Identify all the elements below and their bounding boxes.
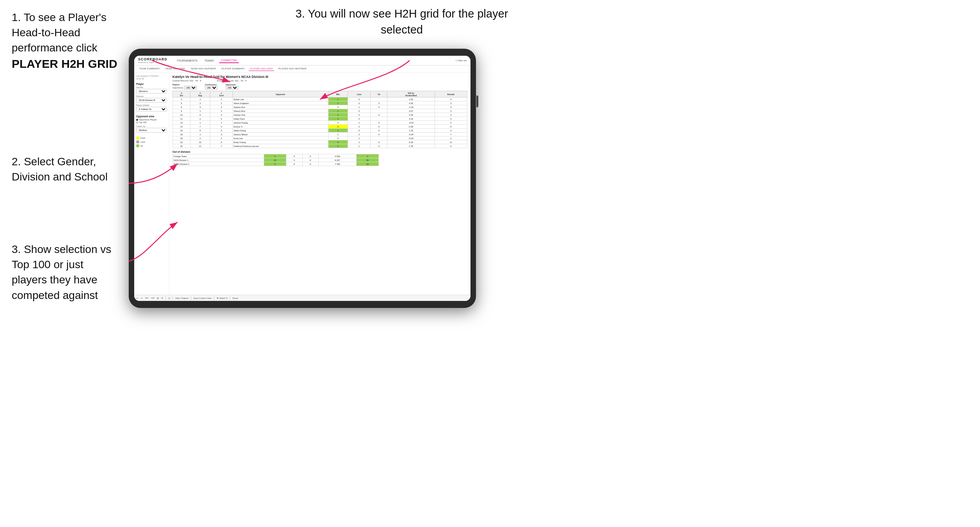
instruction-step2: 2. Select Gender, Division and School — [0, 154, 129, 196]
filter-conference: Conference (All) — [205, 83, 218, 90]
ood-cell-tie: 0 — [302, 154, 319, 158]
grid-btn[interactable]: ⊞ — [157, 297, 159, 299]
cell-diff: -1.00 — [387, 105, 435, 109]
cell-opponent: Eunice Yi — [233, 125, 328, 129]
cell-tie: 0 — [371, 125, 387, 129]
table-row: 10 6 3 Andrea York 2 0 0 4.00 4 — [173, 113, 467, 117]
cell-opponent: Sharon Mun — [233, 109, 328, 113]
opponent-select[interactable]: (All) — [225, 86, 238, 90]
sub-nav-player-h2h-grid[interactable]: PLAYER H2H GRID — [249, 67, 274, 71]
clock-btn[interactable]: ◷ — [168, 297, 170, 299]
ood-cell-diff: 4.500 — [319, 154, 357, 158]
cell-opponent: Stella Cheng — [233, 129, 328, 133]
cell-win: 2 — [328, 113, 348, 117]
division-record: Division Record: 331 - 34 - 6 — [217, 80, 247, 82]
player-rank-label: Player (Rank) — [136, 104, 167, 106]
region-select[interactable]: (All) — [184, 86, 197, 90]
cell-opponent: Esther Lee — [233, 97, 328, 101]
sign-out[interactable]: i | Sign out — [456, 59, 467, 62]
save-custom-btn[interactable]: Save Custom View — [194, 297, 211, 299]
cell-diff: 4.00 — [387, 113, 435, 117]
table-row: 18 2 2 Euna Lee 0 1 -5.00 2 — [173, 136, 467, 140]
sub-nav-player-h2h-heatmap[interactable]: PLAYER H2H HEATMAP — [277, 67, 308, 71]
radio-opponents-played[interactable]: Opponents Played — [136, 118, 167, 121]
cell-reg: 6 — [190, 113, 210, 117]
nav-committee[interactable]: COMMITTEE — [219, 58, 239, 63]
view-original-btn[interactable]: View: Original — [175, 297, 188, 299]
ood-cell-win: 5 — [264, 162, 286, 166]
ood-cell-tie: 0 — [302, 158, 319, 162]
logo-area: SCOREBOARD Powered by clippd — [138, 57, 167, 64]
redo-btn[interactable]: ↩ — [141, 297, 143, 299]
cell-loss: 0 — [348, 101, 371, 105]
table-row: 5 2 2 Alexis Sudjianto 1 0 0 4.00 3 — [173, 101, 467, 105]
player-rank-select[interactable]: 8. Katelyn Vo — [136, 107, 167, 111]
cell-tie — [371, 109, 387, 113]
radio-dot-selected — [136, 119, 138, 121]
cell-div: 15 — [173, 129, 190, 133]
gender-select[interactable]: Women's — [136, 89, 167, 94]
division-select[interactable]: NCAA Division III — [136, 98, 167, 103]
filter-opponent: Opponent (All) — [225, 83, 238, 90]
cell-conf: 3 — [210, 105, 233, 109]
table-row: 16 1 3 Jessica Mason 1 2 0 -0.94 7 — [173, 133, 467, 136]
colour-legend: Down Level Up — [136, 136, 167, 147]
cell-loss: 1 — [348, 136, 371, 140]
cell-reg: 2 — [190, 136, 210, 140]
conference-select[interactable]: (All) — [205, 86, 218, 90]
cell-tie: 0 — [371, 129, 387, 133]
cell-conf: 4 — [210, 109, 233, 113]
cell-loss: 0 — [348, 129, 371, 133]
cell-win: 1 — [328, 97, 348, 101]
logo-text: SCOREBOARD — [138, 57, 167, 61]
content-area: Katelyn Vo Head-to-Head Grid for Women's… — [169, 73, 470, 301]
cell-conf: 5 — [210, 129, 233, 133]
col-div: #Div — [173, 91, 190, 97]
cell-opponent: Emily Chang — [233, 140, 328, 144]
cell-conf: 1 — [210, 97, 233, 101]
refresh-btn[interactable]: ↺ — [161, 297, 163, 299]
ood-cell-loss: 0 — [286, 154, 303, 158]
cell-win: 0 — [328, 121, 348, 125]
cell-rounds: 9 — [435, 125, 467, 129]
nav-tournaments[interactable]: TOURNAMENTS — [175, 58, 199, 63]
share-btn[interactable]: Share — [233, 297, 238, 299]
ood-cell-win: 1 — [264, 154, 286, 158]
forward-btn[interactable]: ⟶ — [151, 297, 154, 299]
sub-nav-player-summary[interactable]: PLAYER SUMMARY — [220, 67, 246, 71]
col-loss: Loss — [348, 91, 371, 97]
watch-btn[interactable]: 👁 Watch ▾ — [217, 297, 227, 299]
legend-level: Level — [136, 140, 167, 143]
cell-opponent: Federica Domecq Lacroze — [233, 144, 328, 148]
cell-tie: 0 — [371, 113, 387, 117]
cell-div: 14 — [173, 125, 190, 129]
cell-diff: 1.50 — [387, 97, 435, 101]
cell-tie: 0 — [371, 105, 387, 109]
ood-cell-loss: 0 — [286, 162, 303, 166]
cell-diff: 3.33 — [387, 117, 435, 121]
sub-nav-team-h2h-grid[interactable]: TEAM H2H GRID — [164, 67, 186, 71]
cell-div: 11 — [173, 117, 190, 121]
radio-top100[interactable]: Top 100 — [136, 121, 167, 124]
undo-btn[interactable]: ↩ — [137, 297, 138, 299]
opponent-radio-group: Opponents Played Top 100 — [136, 118, 167, 124]
nav-teams[interactable]: TEAMS — [203, 58, 215, 63]
gender-label: Gender — [136, 86, 167, 88]
cell-win: 1 — [328, 109, 348, 113]
cell-win: 1 — [328, 129, 348, 133]
ood-cell-rounds: 30 — [356, 158, 378, 162]
separator3 — [191, 296, 191, 300]
sub-nav-team-h2h-heatmap[interactable]: TEAM H2H HEATMAP — [189, 67, 217, 71]
cell-loss: 2 — [348, 133, 371, 136]
cell-win: 1 — [328, 133, 348, 136]
cell-win: 4 — [328, 140, 348, 144]
colour-by-select[interactable]: Win/loss — [136, 128, 167, 133]
table-row: 14 7 4 Eunice Yi 2 2 0 0.38 9 — [173, 125, 467, 129]
cell-diff: 0.38 — [387, 125, 435, 129]
cell-loss: 0 — [348, 97, 371, 101]
cell-win: 1 — [328, 117, 348, 121]
sub-nav-team-summary[interactable]: TEAM SUMMARY — [138, 67, 161, 71]
cell-rounds: 11 — [435, 140, 467, 144]
ood-table-row: NCAA Division 2 5 0 0 7.400 10 — [173, 162, 379, 166]
back-btn[interactable]: ⟵ — [145, 297, 149, 299]
